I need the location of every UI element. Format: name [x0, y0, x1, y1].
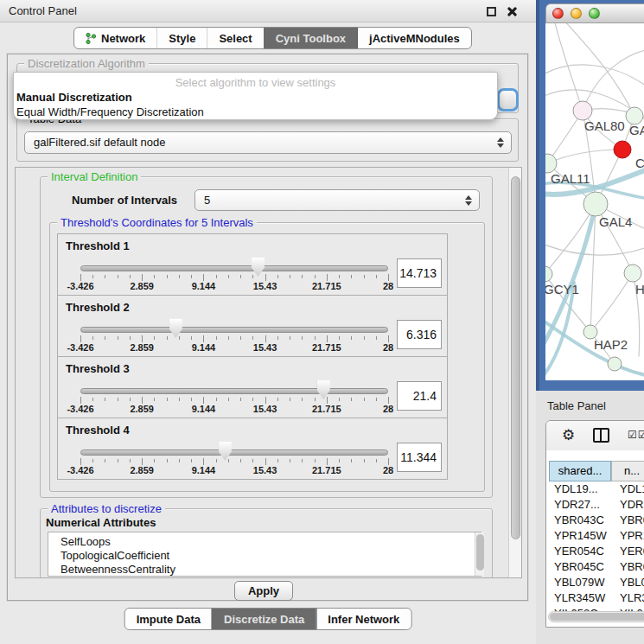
slider-minor-tick — [167, 336, 168, 340]
slider-track[interactable] — [80, 450, 388, 456]
settings-vertical-scrollbar[interactable] — [508, 168, 521, 577]
threshold-value-field[interactable]: 6.316 — [397, 320, 442, 349]
slider-major-tick — [327, 274, 328, 281]
close-icon[interactable] — [507, 6, 517, 16]
table-data-combobox[interactable]: galFiltered.sif default node — [24, 131, 512, 154]
attributes-list-scrollbar[interactable] — [475, 532, 484, 576]
attribute-item-betweennesscentrality[interactable]: BetweennessCentrality — [61, 563, 481, 577]
slider-minor-tick — [364, 275, 365, 278]
threshold-value-field[interactable]: 11.344 — [397, 443, 442, 472]
table-row[interactable]: YER054CYER0... — [549, 544, 644, 559]
slider-tick-label: 9.144 — [192, 404, 216, 414]
network-node-c[interactable] — [614, 141, 631, 158]
slider-track[interactable] — [80, 327, 388, 333]
slider-minor-tick — [240, 398, 241, 401]
threshold-label: Threshold 4 — [66, 424, 130, 437]
split-columns-icon[interactable] — [593, 428, 609, 443]
slider-minor-tick — [315, 398, 316, 401]
slider-minor-tick — [364, 336, 365, 340]
table-row[interactable]: YLR345WYLR3... — [549, 590, 644, 606]
tab-label: Impute Data — [137, 613, 201, 626]
slider-tick-label: -3.426 — [67, 404, 93, 414]
slider-handle[interactable] — [252, 258, 265, 277]
bottom-tab-impute-data[interactable]: Impute Data — [125, 609, 212, 629]
network-node[interactable] — [608, 357, 622, 371]
slider-minor-tick — [240, 459, 241, 462]
minimize-traffic-light-icon[interactable] — [571, 8, 582, 19]
network-node-gal80[interactable] — [573, 101, 592, 120]
network-node-gcy1[interactable] — [545, 266, 552, 282]
scrollbar-thumb[interactable] — [511, 176, 520, 539]
table-row[interactable]: YBR043CYBR0... — [549, 513, 644, 528]
slider-tick-label: 15.43 — [253, 281, 277, 291]
slider-handle[interactable] — [317, 380, 330, 399]
algorithm-option-manual-discretization[interactable]: Manual Discretization — [14, 90, 497, 105]
slider-minor-tick — [339, 459, 340, 462]
combobox-stepper-icon[interactable] — [497, 137, 504, 148]
table-row[interactable]: YBL079WYBL0... — [549, 575, 644, 590]
attribute-item-selfloops[interactable]: SelfLoops — [61, 535, 481, 549]
tab-label: Network — [101, 32, 145, 45]
bottom-tab-infer-network[interactable]: Infer Network — [316, 609, 411, 629]
settings-scrollpane: Interval Definition Number of Intervals … — [15, 167, 522, 578]
table-cell: YDR27... — [549, 497, 611, 513]
table-row[interactable]: YBR045CYBR0... — [549, 559, 644, 575]
slider-tick-label: 15.43 — [253, 342, 277, 353]
table-horizontal-scrollbar[interactable] — [548, 611, 644, 622]
network-edge — [545, 65, 644, 88]
node-table: shared...n... YDL19...YDL1...YDR27...YDR… — [549, 461, 644, 622]
scrollbar-thumb[interactable] — [476, 534, 484, 571]
slider-minor-tick — [240, 336, 241, 340]
slider-handle[interactable] — [219, 442, 232, 461]
float-window-icon[interactable] — [487, 7, 496, 16]
algorithm-dropdown-popup: Select algorithm to view settings Manual… — [13, 72, 498, 120]
column-header[interactable]: n... — [611, 461, 644, 481]
network-node-gal4[interactable] — [583, 192, 608, 216]
tab-network[interactable]: Network — [74, 28, 156, 48]
interval-definition-group: Interval Definition Number of Intervals … — [40, 176, 493, 498]
number-of-intervals-combobox[interactable]: 5 — [194, 189, 480, 211]
slider-minor-tick — [364, 398, 365, 401]
numerical-attributes-list[interactable]: SelfLoopsTopologicalCoefficientBetweenne… — [48, 532, 481, 577]
tab-cyni-toolbox[interactable]: Cyni Toolbox — [264, 28, 357, 48]
slider-minor-tick — [277, 459, 278, 462]
slider-minor-tick — [179, 459, 180, 462]
table-panel-toolbar: ⚙ ☑☑ — [546, 421, 644, 450]
table-row[interactable]: YDR27...YDR2... — [549, 497, 644, 513]
slider-track[interactable] — [80, 265, 388, 271]
scrollbar-thumb[interactable] — [550, 613, 644, 621]
slider-minor-tick — [130, 275, 131, 278]
apply-button[interactable]: Apply — [234, 581, 293, 601]
number-of-intervals-label: Number of Intervals — [72, 194, 177, 207]
network-canvas[interactable]: GAL80GACGAL11GAL4GCY1HHAP2 — [545, 23, 644, 380]
interval-definition-group-title: Interval Definition — [48, 170, 141, 183]
network-window: GAL80GACGAL11GAL4GCY1HHAP2 — [536, 0, 644, 391]
tab-style[interactable]: Style — [156, 28, 207, 48]
tab-jactivemnodules[interactable]: jActiveMNodules — [357, 28, 471, 48]
slider-handle[interactable] — [169, 319, 182, 338]
zoom-traffic-light-icon[interactable] — [589, 8, 600, 19]
threshold-value-field[interactable]: 21.4 — [397, 381, 442, 411]
slider-track[interactable] — [80, 388, 388, 394]
combobox-stepper-icon[interactable] — [465, 195, 472, 206]
attribute-item-topologicalcoefficient[interactable]: TopologicalCoefficient — [61, 549, 481, 563]
network-node-ga[interactable] — [626, 107, 643, 124]
algorithm-option-equal-width-frequency-discretization[interactable]: Equal Width/Frequency Discretization — [14, 105, 497, 119]
table-row[interactable]: YPR145WYPR1... — [549, 528, 644, 544]
tab-select[interactable]: Select — [207, 28, 263, 48]
node-label: GAL80 — [584, 118, 625, 133]
table-row[interactable]: YDL19...YDL1... — [549, 481, 644, 497]
algorithm-combobox-fragment[interactable] — [497, 88, 519, 112]
bottom-tab-discretize-data[interactable]: Discretize Data — [212, 609, 316, 629]
threshold-label: Threshold 1 — [66, 239, 130, 252]
gear-icon[interactable]: ⚙ — [562, 426, 575, 443]
slider-minor-tick — [376, 398, 377, 401]
close-traffic-light-icon[interactable] — [552, 8, 564, 19]
threshold-value-field[interactable]: 14.713 — [397, 258, 442, 288]
network-node-h[interactable] — [624, 265, 641, 282]
column-header[interactable]: shared... — [549, 461, 611, 481]
network-graph[interactable]: GAL80GACGAL11GAL4GCY1HHAP2 — [545, 23, 644, 380]
algorithm-options: Manual DiscretizationEqual Width/Frequen… — [14, 90, 497, 119]
select-columns-icon[interactable]: ☑☑ — [628, 429, 644, 441]
slider-minor-tick — [216, 336, 217, 340]
